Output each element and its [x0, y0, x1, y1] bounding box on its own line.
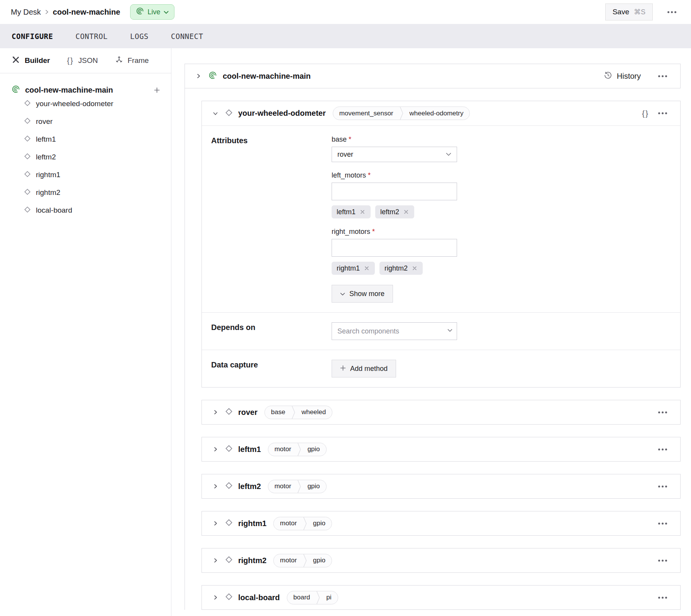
resource-menu-button[interactable] — [654, 592, 671, 603]
remove-chip-icon[interactable] — [412, 265, 418, 271]
depends-on-search-input[interactable] — [332, 322, 457, 340]
show-more-label: Show more — [349, 290, 384, 298]
left-motors-input[interactable] — [332, 183, 457, 200]
diamond-icon — [24, 135, 31, 144]
chevron-down-icon — [446, 151, 451, 158]
resource-card-rover: rover base wheeled — [202, 400, 681, 425]
depends-on-select[interactable] — [332, 322, 457, 340]
tab-logs[interactable]: LOGS — [130, 32, 149, 41]
tree-item-local-board[interactable]: local-board — [24, 201, 162, 219]
tree-item-rightm2[interactable]: rightm2 — [24, 184, 162, 201]
resource-card-your-wheeled-odometer: your-wheeled-odometer movement_sensor wh… — [202, 101, 681, 388]
antenna-icon — [208, 71, 217, 81]
tools-icon — [12, 56, 20, 66]
expand-card-button[interactable] — [211, 482, 220, 491]
tree-item-leftm1[interactable]: leftm1 — [24, 130, 162, 148]
breadcrumb-parent[interactable]: My Desk — [11, 8, 41, 17]
mode-frame-label: Frame — [128, 56, 149, 65]
remove-chip-icon[interactable] — [403, 209, 409, 215]
tab-configure[interactable]: CONFIGURE — [12, 32, 53, 41]
diamond-icon — [225, 519, 233, 528]
resource-menu-button[interactable] — [654, 407, 671, 418]
live-status-dropdown[interactable]: Live — [130, 4, 174, 20]
part-menu-button[interactable] — [654, 71, 671, 82]
part-card-header: cool-new-machine-main History — [185, 64, 681, 88]
diamond-icon — [24, 153, 31, 161]
remove-chip-icon[interactable] — [364, 265, 370, 271]
tree-item-rover[interactable]: rover — [24, 113, 162, 130]
resource-type-tag: movement_sensor wheeled-odometry — [333, 107, 470, 120]
mode-json[interactable]: {} JSON — [67, 56, 98, 65]
breadcrumb-current: cool-new-machine — [53, 8, 120, 17]
tab-connect[interactable]: CONNECT — [171, 32, 203, 41]
collapse-card-button[interactable] — [211, 109, 220, 118]
expand-card-button[interactable] — [211, 593, 220, 602]
tag-api: movement_sensor — [333, 107, 400, 120]
resource-card-rightm2: rightm2 motor gpio — [202, 548, 681, 573]
attributes-section: Attributes base* rover left_motors* — [202, 126, 680, 312]
save-shortcut: ⌘S — [634, 8, 645, 16]
tree-item-your-wheeled-odometer[interactable]: your-wheeled-odometer — [24, 95, 162, 113]
tree-root-part[interactable]: cool-new-machine-main — [12, 85, 162, 95]
diamond-icon — [24, 117, 31, 126]
chevron-down-icon — [164, 8, 169, 16]
history-button[interactable]: History — [604, 71, 641, 81]
right-motors-input[interactable] — [332, 239, 457, 257]
part-title: cool-new-machine-main — [223, 72, 598, 81]
tree-item-rightm1[interactable]: rightm1 — [24, 166, 162, 184]
resource-type-tag: motor gpio — [273, 554, 332, 567]
mode-json-label: JSON — [78, 56, 98, 65]
component-tree: cool-new-machine-main your-wheeled-odome… — [0, 73, 171, 219]
machine-menu-button[interactable] — [664, 7, 680, 18]
view-mode-switcher: Builder {} JSON Frame — [0, 48, 171, 73]
tag-divider-icon — [303, 517, 307, 530]
tag-divider-icon — [400, 107, 403, 120]
chip-rightm2: rightm2 — [379, 262, 423, 275]
show-more-button[interactable]: Show more — [332, 285, 393, 303]
add-method-button[interactable]: Add method — [332, 360, 396, 377]
tag-divider-icon — [297, 443, 301, 456]
base-select[interactable]: rover — [332, 147, 457, 162]
chevron-right-icon — [45, 9, 49, 15]
save-button[interactable]: Save ⌘S — [605, 3, 653, 20]
resource-menu-button[interactable] — [654, 444, 671, 455]
tab-control[interactable]: CONTROL — [75, 32, 108, 41]
diamond-icon — [225, 593, 233, 602]
diamond-icon — [24, 206, 31, 215]
add-method-label: Add method — [350, 365, 388, 373]
expand-card-button[interactable] — [211, 556, 220, 565]
diamond-icon — [225, 109, 233, 118]
mode-frame[interactable]: Frame — [115, 56, 149, 66]
expand-card-button[interactable] — [211, 519, 220, 528]
braces-icon: {} — [67, 56, 73, 65]
resource-type-tag: base wheeled — [264, 406, 332, 419]
expand-card-button[interactable] — [211, 408, 220, 416]
tag-divider-icon — [291, 406, 295, 419]
resource-card-rightm1: rightm1 motor gpio — [202, 511, 681, 536]
expand-part-button[interactable] — [194, 72, 203, 80]
right-motors-field-label: right_motors* — [332, 228, 457, 236]
resource-menu-button[interactable] — [654, 108, 671, 119]
attributes-heading: Attributes — [211, 135, 332, 303]
tag-divider-icon — [316, 591, 320, 604]
expand-card-button[interactable] — [211, 445, 220, 454]
live-status-label: Live — [147, 8, 160, 16]
depends-on-section: Depends on — [202, 312, 680, 350]
diamond-icon — [225, 445, 233, 454]
remove-chip-icon[interactable] — [359, 209, 366, 215]
resource-type-tag: motor gpio — [268, 480, 327, 493]
tag-divider-icon — [303, 554, 307, 567]
part-resources-group: your-wheeled-odometer movement_sensor wh… — [185, 88, 681, 610]
antenna-icon — [12, 85, 20, 95]
resource-menu-button[interactable] — [654, 518, 671, 529]
diamond-icon — [225, 482, 233, 491]
resource-menu-button[interactable] — [654, 555, 671, 566]
diamond-icon — [24, 188, 31, 197]
resource-menu-button[interactable] — [654, 481, 671, 492]
braces-icon[interactable]: {} — [642, 109, 649, 118]
frame-icon — [115, 56, 123, 66]
mode-builder[interactable]: Builder — [12, 56, 50, 66]
tree-item-leftm2[interactable]: leftm2 — [24, 148, 162, 166]
resource-card-local-board: local-board board pi — [202, 585, 681, 610]
add-component-button[interactable] — [152, 85, 162, 95]
